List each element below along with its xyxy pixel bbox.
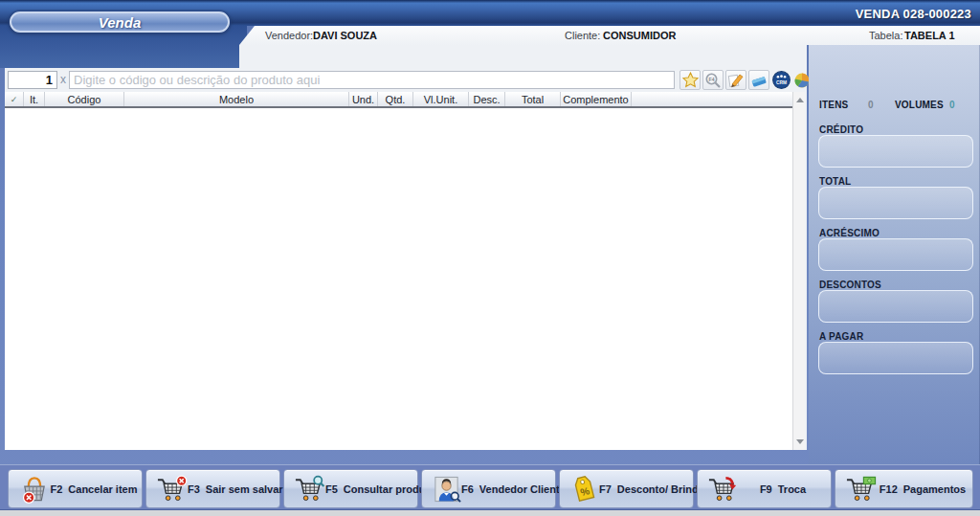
star-icon [682, 72, 699, 88]
items-table-body [5, 108, 792, 450]
acrescimo-label: ACRÉSCIMO [819, 228, 880, 238]
pagamentos-label: F12Pagamentos [877, 483, 972, 495]
table-scrollbar[interactable] [792, 92, 805, 450]
product-search-input[interactable] [69, 71, 675, 89]
eraser-icon [750, 72, 768, 89]
volumes-value: 0 [949, 100, 955, 110]
vendedor-label: Vendedor: [265, 30, 313, 41]
col-it[interactable]: It. [24, 92, 45, 106]
itens-value: 0 [868, 100, 874, 110]
acrescimo-field [818, 238, 973, 271]
vendedor-cliente-label: F6Vendedor Cliente [461, 483, 569, 495]
exit-without-save-button[interactable]: F3Sair sem salvar [145, 469, 280, 508]
cart-money-icon [845, 475, 877, 504]
volumes-label: VOLUMES [895, 100, 944, 110]
total-field [818, 187, 973, 219]
col-und[interactable]: Und. [349, 92, 378, 106]
cancel-item-button[interactable]: F2Cancelar item [8, 469, 143, 508]
cliente-label: Cliente: [565, 30, 600, 41]
credito-label: CRÉDITO [819, 124, 863, 135]
a-pagar-field [818, 342, 973, 374]
tabela-value: TABELA 1 [904, 30, 955, 41]
cart-exchange-icon [707, 475, 739, 504]
tab-venda[interactable]: Venda [10, 11, 230, 33]
descontos-field [818, 290, 973, 323]
function-toolbar: F2Cancelar item F3Sair sem salvar [0, 464, 980, 510]
vendedor-cliente-button[interactable]: F6Vendedor Cliente [421, 469, 556, 508]
svg-text:F4: F4 [708, 76, 714, 81]
items-table-header: ✓ It. Código Modelo Und. Qtd. Vl.Unit. D… [5, 92, 792, 108]
eraser-button[interactable] [748, 70, 769, 90]
col-total[interactable]: Total [505, 92, 561, 106]
edit-note-icon [727, 72, 745, 89]
svg-text:CRM: CRM [775, 80, 786, 85]
check-column-icon: ✓ [5, 92, 24, 106]
consult-product-button[interactable]: F5Consultar produto [283, 469, 418, 508]
col-desc[interactable]: Desc. [469, 92, 505, 106]
pagamentos-button[interactable]: F12Pagamentos [835, 469, 973, 508]
favorite-star-icon[interactable] [679, 70, 701, 90]
cancel-item-label: F2Cancelar item [50, 483, 142, 495]
cliente-value: CONSUMIDOR [603, 30, 676, 41]
vendedor-value: DAVI SOUZA [313, 30, 377, 41]
search-f4-icon: F4 [704, 72, 722, 89]
summary-sidebar: ITENS 0 VOLUMES 0 CRÉDITO TOTAL ACRÉSCIM… [809, 45, 980, 464]
multiply-label: x [60, 73, 66, 86]
search-f4-button[interactable]: F4 [702, 70, 724, 90]
desconto-brindes-button[interactable]: % F7Desconto/ Brindes [559, 469, 694, 508]
pos-sale-window: VENDA 028-000223 Venda Vendedor: DAVI SO… [0, 0, 980, 516]
scroll-up-icon[interactable] [796, 98, 804, 102]
col-vlunit[interactable]: Vl.Unit. [413, 92, 469, 106]
troca-label: F9Troca [739, 483, 831, 495]
sale-number-title: VENDA 028-000223 [856, 7, 971, 21]
col-codigo[interactable]: Código [45, 92, 124, 106]
content-panel-top [239, 45, 807, 68]
quantity-input[interactable] [8, 71, 57, 89]
cart-cancel-icon [156, 475, 188, 504]
info-strip: Vendedor: DAVI SOUZA Cliente: CONSUMIDOR… [239, 26, 980, 45]
col-modelo[interactable]: Modelo [124, 92, 349, 106]
descontos-label: DESCONTOS [819, 280, 881, 290]
troca-button[interactable]: F9Troca [697, 469, 832, 508]
crm-button[interactable]: CRM [770, 70, 791, 90]
basket-cancel-icon [18, 475, 50, 504]
exit-without-save-label: F3Sair sem salvar [188, 483, 287, 495]
col-complemento[interactable]: Complemento [561, 92, 632, 106]
person-search-icon [432, 475, 461, 504]
cart-search-icon [294, 475, 325, 504]
itens-label: ITENS [819, 100, 848, 110]
window-bottom-strip [0, 510, 980, 516]
total-label: TOTAL [819, 176, 851, 187]
col-filler [632, 92, 792, 106]
tab-venda-label: Venda [99, 14, 141, 31]
tabela-label: Tabela: [869, 30, 902, 41]
edit-note-button[interactable] [725, 70, 746, 90]
col-qtd[interactable]: Qtd. [378, 92, 413, 106]
crm-icon: CRM [772, 71, 791, 89]
a-pagar-label: A PAGAR [819, 331, 863, 342]
scroll-down-icon[interactable] [796, 439, 804, 444]
credito-field [818, 135, 973, 168]
discount-tag-icon: % [569, 475, 599, 504]
